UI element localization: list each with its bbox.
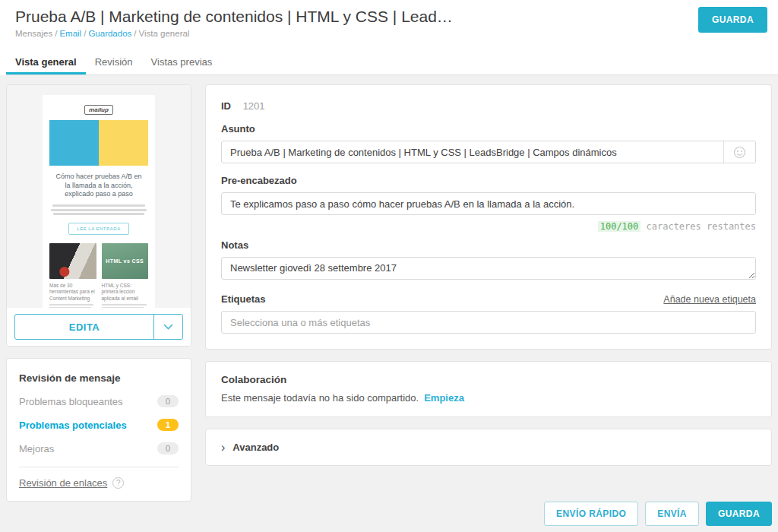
breadcrumb-vista-general: Vista general	[139, 29, 190, 38]
smiley-icon	[733, 146, 746, 159]
edit-button-strip: EDITA	[7, 308, 191, 346]
preheader-label: Pre-encabezado	[221, 175, 756, 186]
review-count-badge: 0	[157, 395, 179, 407]
character-counter-label: caracteres restantes	[640, 221, 756, 232]
advanced-label: Avanzado	[232, 442, 279, 453]
preview-article-2: HTML vs CSS HTML y CSS: primera lección …	[102, 243, 149, 308]
notes-label: Notas	[221, 239, 756, 251]
content: mailup Cómo hacer pruebas A/B en la llam…	[0, 75, 778, 526]
review-count-badge: 0	[157, 442, 179, 454]
preheader-input[interactable]	[222, 193, 755, 214]
review-item-improvements: Mejoras 0	[19, 442, 179, 454]
tab-vista-general[interactable]: Vista general	[6, 51, 86, 74]
tags-input[interactable]	[222, 312, 755, 333]
preview-headline: Cómo hacer pruebas A/B en la llamada a l…	[52, 173, 145, 199]
emoji-picker-button[interactable]	[723, 141, 755, 163]
quick-send-button[interactable]: ENVÍO RÁPIDO	[544, 502, 638, 526]
right-column: ID 1201 Asunto Pre-encabezado	[205, 84, 772, 526]
chevron-right-icon: ›	[221, 444, 225, 451]
tags-label: Etiquetas	[221, 293, 266, 305]
left-column: mailup Cómo hacer pruebas A/B en la llam…	[6, 84, 191, 502]
preview-article-title: HTML y CSS: primera lección aplicada al …	[102, 283, 149, 302]
add-tag-link[interactable]: Añade nueva etiqueta	[663, 294, 756, 305]
email-preview-thumbnail: mailup Cómo hacer pruebas A/B en la llam…	[7, 85, 191, 308]
notes-textarea[interactable]: Newsletter giovedì 28 settembre 2017	[221, 257, 756, 280]
breadcrumb-separator: /	[134, 29, 136, 38]
message-review-panel: Revisión de mensaje Problemas bloqueante…	[6, 358, 191, 502]
breadcrumb: Mensajes/Email/Guardados/Vista general	[15, 29, 778, 38]
collaboration-card: Colaboración Este mensaje todavía no ha …	[205, 361, 772, 417]
review-item-label[interactable]: Problemas potenciales	[19, 420, 127, 431]
message-id-row: ID 1201	[221, 100, 756, 112]
link-check-row: Revisión de enlaces ?	[19, 477, 179, 489]
collaboration-start-link[interactable]: Empieza	[424, 392, 464, 404]
review-item-label: Problemas bloqueantes	[19, 396, 123, 407]
tab-vistas-previas[interactable]: Vistas previas	[142, 51, 222, 74]
send-button[interactable]: ENVÍA	[645, 502, 699, 526]
review-count-badge: 1	[157, 419, 179, 431]
advanced-accordion[interactable]: › Avanzado	[205, 429, 772, 466]
preview-article-image-1	[49, 243, 96, 279]
edit-dropdown-toggle[interactable]	[153, 315, 182, 339]
divider	[19, 467, 179, 467]
preheader-input-wrap	[221, 192, 756, 215]
email-preview-page: mailup Cómo hacer pruebas A/B en la llam…	[43, 95, 155, 308]
collaboration-status-text: Este mensaje todavía no ha sido comparti…	[221, 392, 756, 404]
subject-input[interactable]	[222, 141, 723, 163]
edit-button[interactable]: EDITA	[15, 315, 153, 339]
footer-actions: ENVÍO RÁPIDO ENVÍA GUARDA	[205, 502, 772, 526]
preview-cta-button: LEE LA ENTRADA	[68, 223, 128, 235]
collaboration-title: Colaboración	[221, 374, 756, 385]
tags-input-wrap	[221, 311, 756, 334]
character-counter-row: 100/100 caracteres restantes	[221, 221, 756, 232]
edit-split-button: EDITA	[14, 314, 183, 340]
collaboration-message: Este mensaje todavía no ha sido comparti…	[221, 392, 419, 404]
tab-bar: Vista general Revisión Vistas previas	[6, 51, 778, 75]
id-label: ID	[221, 100, 231, 112]
help-icon[interactable]: ?	[112, 477, 124, 489]
chevron-down-icon	[163, 324, 173, 330]
breadcrumb-mensajes: Mensajes	[15, 29, 52, 38]
preview-article-1: Más de 30 herramientas para el Content M…	[49, 243, 96, 308]
tags-header-row: Etiquetas Añade nueva etiqueta	[221, 293, 756, 305]
header: Prueba A/B | Marketing de contenidos | H…	[0, 0, 778, 75]
preview-article-text-lines	[49, 304, 96, 308]
preview-color-block-cyan	[49, 120, 99, 166]
preview-article-image-label: HTML vs CSS	[106, 258, 144, 264]
email-preview-card: mailup Cómo hacer pruebas A/B en la llam…	[6, 84, 191, 347]
character-counter: 100/100	[598, 221, 641, 232]
review-panel-title: Revisión de mensaje	[19, 372, 179, 384]
id-value: 1201	[243, 100, 265, 112]
review-item-potential: Problemas potenciales 1	[19, 419, 179, 431]
preview-color-block-yellow	[99, 120, 148, 166]
preview-article-title: Más de 30 herramientas para el Content M…	[49, 283, 96, 302]
breadcrumb-separator: /	[55, 29, 57, 38]
preview-article-text-lines	[102, 304, 149, 308]
preview-article-image-2: HTML vs CSS	[102, 243, 149, 279]
preview-mailup-logo: mailup	[84, 105, 113, 115]
page-title: Prueba A/B | Marketing de contenidos | H…	[15, 8, 679, 26]
preview-body-text-lines	[49, 204, 148, 215]
save-button-bottom[interactable]: GUARDA	[706, 502, 772, 526]
subject-input-wrap	[221, 141, 756, 163]
breadcrumb-email[interactable]: Email	[59, 29, 81, 38]
review-item-label: Mejoras	[19, 443, 54, 454]
save-button-top[interactable]: GUARDA	[698, 7, 767, 33]
subject-label: Asunto	[221, 123, 756, 135]
link-check-link[interactable]: Revisión de enlaces	[19, 477, 107, 489]
preview-article-grid: Más de 30 herramientas para el Content M…	[49, 243, 148, 308]
tab-revision[interactable]: Revisión	[86, 51, 142, 74]
breadcrumb-separator: /	[84, 29, 86, 38]
message-details-card: ID 1201 Asunto Pre-encabezado	[205, 84, 772, 350]
preview-ab-color-blocks	[49, 120, 148, 166]
review-item-blocking: Problemas bloqueantes 0	[19, 395, 179, 407]
breadcrumb-guardados[interactable]: Guardados	[88, 29, 131, 38]
